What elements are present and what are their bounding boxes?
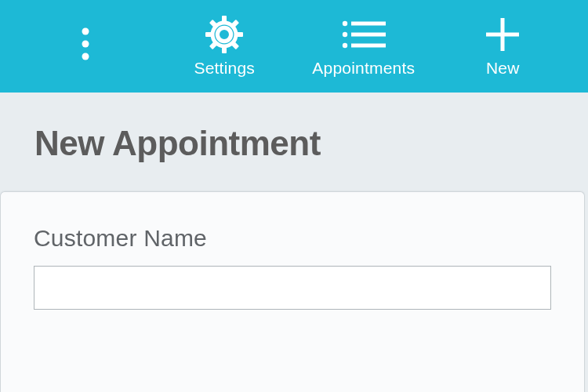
svg-point-0 (82, 28, 89, 35)
nav-item-settings[interactable]: Settings (155, 0, 295, 93)
more-vertical-icon (81, 24, 90, 64)
customer-name-input[interactable] (34, 266, 551, 310)
svg-rect-20 (351, 44, 386, 48)
list-icon (342, 15, 386, 54)
svg-point-15 (343, 21, 347, 26)
nav-item-label: New (486, 59, 520, 78)
nav-item-label: Appointments (312, 59, 415, 78)
svg-rect-22 (486, 33, 519, 37)
nav-item-new[interactable]: New (434, 0, 573, 93)
svg-point-1 (82, 41, 89, 48)
nav-item-more[interactable] (16, 0, 155, 93)
svg-rect-19 (351, 33, 386, 37)
nav-item-appointments[interactable]: Appointments (294, 0, 434, 93)
nav-item-label: Settings (194, 59, 255, 78)
top-nav: Settings Appointments New (0, 0, 588, 93)
svg-point-17 (343, 43, 347, 48)
customer-name-label: Customer Name (34, 225, 551, 252)
page-header: New Appointment (0, 93, 588, 191)
gear-icon (205, 15, 244, 54)
page-title: New Appointment (34, 124, 554, 163)
svg-rect-18 (351, 22, 386, 26)
plus-icon (485, 15, 521, 54)
appointment-form: Customer Name (0, 191, 585, 392)
svg-point-16 (343, 32, 347, 37)
svg-point-2 (82, 53, 89, 60)
